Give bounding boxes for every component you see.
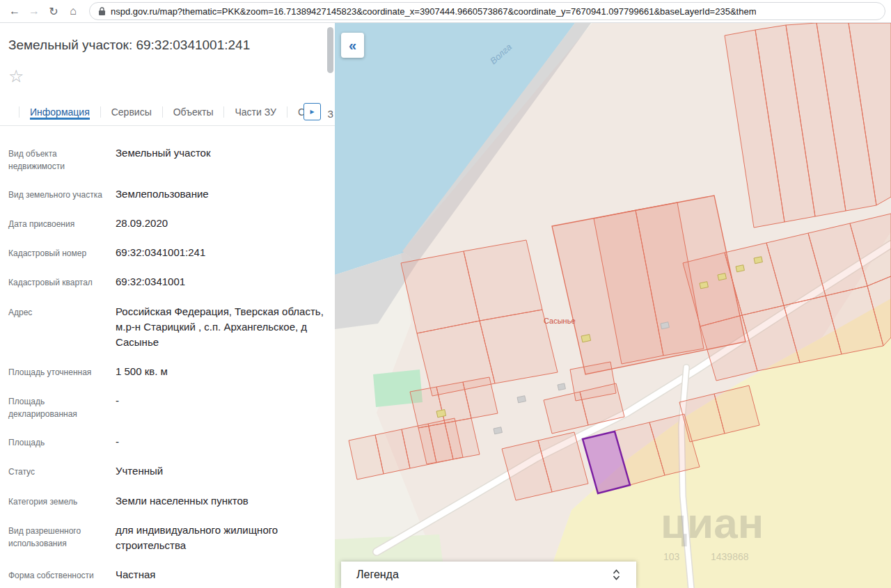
tabs-bar: Информация Сервисы Объекты Части ЗУ	[0, 99, 335, 126]
tab-wrap: Части ЗУ	[213, 99, 276, 125]
tab-divider	[287, 106, 287, 118]
legend-expand-icon[interactable]	[612, 569, 621, 581]
watermark-text: циан	[661, 499, 764, 547]
info-fields: Вид объекта недвижимости Земельный участ…	[0, 126, 335, 583]
field-label: Кадастровый номер	[8, 245, 113, 260]
field-value: для индивидуального жилищного строительс…	[116, 523, 325, 553]
tabs-list: Информация Сервисы Объекты Части ЗУ	[8, 99, 320, 125]
back-icon[interactable]: ←	[6, 2, 24, 20]
field-value: Российская Федерация, Тверская область, …	[116, 304, 325, 351]
home-icon[interactable]: ⌂	[64, 2, 82, 20]
watermark-number: 1439868	[711, 551, 749, 562]
field-label: Площадь уточненная	[8, 364, 113, 379]
field-value: 1 500 кв. м	[116, 364, 325, 379]
field-label: Вид разрешенного использования	[8, 523, 113, 553]
tab[interactable]: Информация	[30, 104, 90, 120]
field-label: Кадастровый квартал	[8, 274, 113, 289]
building	[754, 257, 762, 264]
field-label: Площадь декларированная	[8, 393, 113, 420]
building	[581, 335, 591, 342]
field-value: Землепользование	[116, 186, 325, 202]
field-value: Земли населенных пунктов	[116, 493, 325, 509]
village-label: Сасынье	[544, 317, 576, 325]
building	[718, 273, 726, 280]
field-label: Статус	[8, 463, 113, 479]
tab-wrap: Сервисы	[90, 99, 152, 125]
collapse-panel-button[interactable]: «	[341, 33, 364, 58]
building	[700, 282, 708, 289]
tab[interactable]: Сервисы	[111, 104, 152, 120]
tab-divider	[100, 106, 101, 118]
building	[736, 265, 744, 272]
building	[661, 322, 669, 329]
page-title: Земельный участок: 69:32:0341001:241	[0, 23, 335, 54]
field-label: Форма собственности	[8, 567, 113, 582]
tab[interactable]: Объекты	[173, 104, 214, 120]
field-label: Категория земель	[8, 493, 113, 509]
forward-icon[interactable]: →	[25, 2, 43, 20]
field-value: 69:32:0341001	[116, 274, 325, 289]
building	[494, 427, 502, 434]
tabs-scroll-right-button[interactable]: ▸	[303, 103, 321, 120]
field-label: Вид земельного участка	[8, 186, 113, 202]
field-value: 69:32:0341001:241	[116, 245, 325, 260]
map-area[interactable]: ВолгаСасыньециан1031439868 « Легенда	[335, 23, 891, 588]
info-panel: Земельный участок: 69:32:0341001:241 ☆ И…	[0, 23, 335, 588]
map-canvas[interactable]: ВолгаСасыньециан1031439868	[335, 23, 891, 588]
panel-scrollbar[interactable]	[327, 27, 333, 73]
reload-icon[interactable]: ↻	[45, 2, 63, 20]
building	[517, 396, 526, 403]
tab-wrap: Объекты	[152, 99, 214, 125]
field-value: 28.09.2020	[116, 216, 325, 231]
tab-overflow-text: З	[328, 109, 333, 120]
field-value: Частная	[116, 567, 325, 582]
legend-bar[interactable]: Легенда	[341, 562, 636, 588]
field-label: Дата присвоения	[8, 216, 113, 231]
field-value: Земельный участок	[116, 145, 325, 173]
building	[436, 410, 446, 418]
field-label: Вид объекта недвижимости	[8, 145, 113, 173]
tab-divider	[162, 106, 163, 118]
tab-divider	[19, 106, 19, 118]
field-label: Площадь	[8, 434, 113, 450]
legend-title: Легенда	[356, 569, 399, 581]
field-label: Адрес	[8, 304, 113, 351]
tab-wrap: Информация	[8, 99, 90, 125]
lock-icon	[98, 7, 106, 16]
building	[558, 383, 565, 390]
field-value: -	[116, 393, 325, 420]
field-value: -	[116, 434, 325, 450]
tab[interactable]: Части ЗУ	[235, 104, 276, 120]
tab-divider	[223, 106, 224, 118]
address-bar[interactable]: nspd.gov.ru/map?thematic=PKK&zoom=16.713…	[89, 2, 885, 20]
browser-toolbar: ← → ↻ ⌂ nspd.gov.ru/map?thematic=PKK&zoo…	[0, 0, 891, 23]
favorite-star-icon[interactable]: ☆	[8, 67, 24, 85]
url-text: nspd.gov.ru/map?thematic=PKK&zoom=16.713…	[111, 6, 756, 17]
field-value: Учтенный	[116, 463, 325, 479]
watermark-number: 103	[663, 551, 680, 562]
